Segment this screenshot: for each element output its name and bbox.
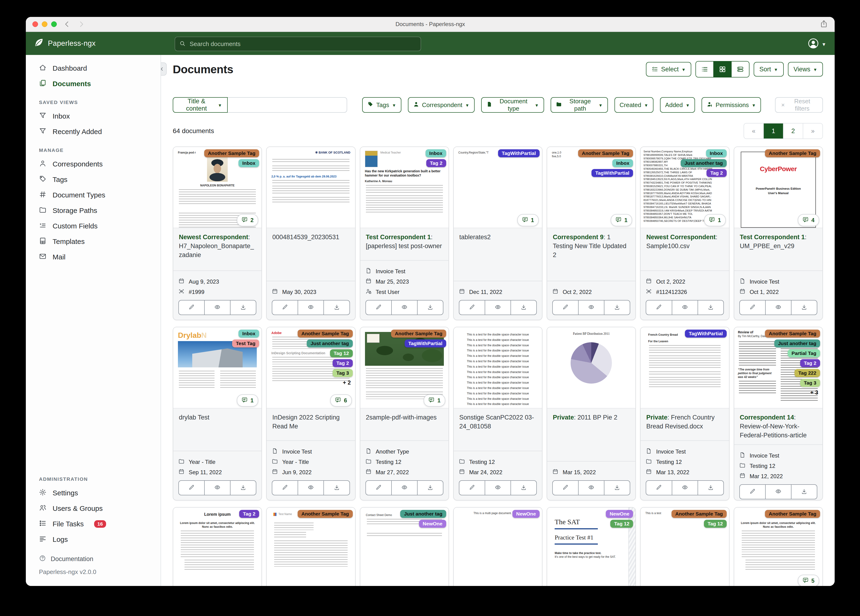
- document-type-filter-button[interactable]: Document type▼: [481, 97, 544, 113]
- download-button[interactable]: [791, 300, 817, 314]
- card-title[interactable]: Test Correspondent 1: UM_PPBE_en_v29: [734, 228, 822, 270]
- edit-button[interactable]: [740, 300, 765, 314]
- correspondent-filter-button[interactable]: Correspondent▼: [408, 97, 475, 113]
- tag-chip-tag2[interactable]: Tag 2: [426, 159, 446, 167]
- edit-button[interactable]: [553, 300, 578, 314]
- tag-chip-tag3[interactable]: Tag 3: [333, 369, 353, 377]
- pagination-page-2[interactable]: 2: [783, 124, 803, 138]
- tag-chip-tag2[interactable]: Tag 2: [706, 169, 727, 177]
- tag-chip-another[interactable]: Another Sample Tag: [204, 149, 259, 157]
- preview-button[interactable]: [485, 481, 510, 495]
- user-menu[interactable]: ▼: [807, 38, 826, 51]
- card-title[interactable]: Test Correspondent 1: [paperless] test p…: [360, 228, 449, 260]
- tag-chip-another[interactable]: Another Sample Tag: [298, 330, 353, 338]
- edit-button[interactable]: [272, 300, 298, 314]
- sidebar-item-logs[interactable]: Logs: [26, 532, 160, 547]
- card-title[interactable]: Private: 2011 BP Pie 2: [547, 409, 636, 461]
- edit-button[interactable]: [740, 485, 765, 499]
- view-list-button[interactable]: [696, 61, 713, 77]
- download-button[interactable]: [417, 481, 443, 495]
- preview-button[interactable]: [391, 300, 417, 314]
- correspondent-name[interactable]: Correspondent 14: [740, 414, 794, 421]
- download-button[interactable]: [230, 481, 256, 495]
- view-grid-button[interactable]: [713, 61, 731, 77]
- tag-chip-tag12[interactable]: Tag 12: [330, 349, 353, 357]
- tag-chip-another[interactable]: Another Sample Tag: [391, 330, 446, 338]
- comment-count[interactable]: 6: [330, 394, 352, 407]
- created-filter-button[interactable]: Created▼: [615, 97, 653, 113]
- tag-chip-tag2[interactable]: Tag 2: [333, 359, 353, 367]
- sidebar-item-settings[interactable]: Settings: [26, 485, 160, 501]
- edit-button[interactable]: [366, 481, 391, 495]
- tag-chip-tag2[interactable]: Tag 2: [800, 359, 820, 367]
- reset-filters-button[interactable]: ×Reset filters: [775, 97, 823, 113]
- select-button[interactable]: Select▼: [646, 62, 691, 77]
- download-button[interactable]: [510, 481, 536, 495]
- tag-chip-another[interactable]: Another Sample Tag: [765, 330, 820, 338]
- edit-button[interactable]: [459, 481, 485, 495]
- tag-chip-inbox[interactable]: Inbox: [425, 149, 446, 157]
- document-thumbnail[interactable]: Lorem ipsumLorem ipsum dolor sit amet, c…: [173, 508, 262, 586]
- comment-count[interactable]: 2: [237, 214, 258, 226]
- download-button[interactable]: [698, 481, 723, 495]
- correspondent-name[interactable]: Private: [646, 414, 667, 421]
- close-button[interactable]: [32, 21, 38, 27]
- added-filter-button[interactable]: Added▼: [660, 97, 695, 113]
- card-title[interactable]: 2sample-pdf-with-images: [360, 409, 449, 440]
- zoom-button[interactable]: [51, 21, 57, 27]
- pagination-prev[interactable]: «: [744, 124, 763, 138]
- comment-count[interactable]: 1: [237, 394, 258, 407]
- card-title[interactable]: Correspondent 14: Review-of-New-York-Fed…: [734, 409, 822, 445]
- card-title[interactable]: Correspondent 9: 1 Testing New Title Upd…: [547, 228, 636, 281]
- tag-chip-tag12[interactable]: Tag 12: [610, 520, 633, 528]
- tag-chip-partial[interactable]: Partial Tag: [788, 349, 820, 357]
- sidebar-item-document-types[interactable]: Document Types: [26, 187, 160, 203]
- download-button[interactable]: [230, 300, 256, 314]
- tag-chip-tag2[interactable]: Tag 2: [239, 510, 259, 518]
- tag-chip-newone[interactable]: NewOne: [419, 520, 446, 528]
- preview-button[interactable]: [672, 300, 698, 314]
- tag-chip-twp[interactable]: TagWithPartial: [592, 169, 633, 177]
- sidebar-item-custom-fields[interactable]: Custom Fields: [26, 218, 160, 234]
- edit-button[interactable]: [646, 300, 672, 314]
- preview-button[interactable]: [578, 481, 604, 495]
- edit-button[interactable]: [272, 481, 298, 495]
- tag-chip-twp[interactable]: TagWithPartial: [405, 339, 446, 347]
- preview-button[interactable]: [672, 481, 698, 495]
- download-button[interactable]: [604, 300, 630, 314]
- preview-button[interactable]: [204, 481, 230, 495]
- sidebar-item-storage-paths[interactable]: Storage Paths: [26, 203, 160, 218]
- preview-button[interactable]: [298, 481, 323, 495]
- tag-chip-newone[interactable]: NewOne: [512, 510, 540, 518]
- tag-chip-twp[interactable]: TagWithPartial: [685, 330, 727, 338]
- minimize-button[interactable]: [42, 21, 47, 27]
- tag-chip-just[interactable]: Just another tag: [774, 339, 820, 347]
- download-button[interactable]: [323, 481, 349, 495]
- tag-chip-inbox[interactable]: Inbox: [612, 159, 633, 167]
- edit-button[interactable]: [553, 481, 578, 495]
- card-title[interactable]: InDesign 2022 Scripting Read Me: [267, 409, 355, 440]
- card-title[interactable]: Newest Correspondent: H7_Napoleon_Bonapa…: [173, 228, 262, 270]
- document-thumbnail[interactable]: Test Name: [267, 508, 355, 586]
- document-thumbnail[interactable]: French Country BreadFor the Leaven: [640, 327, 729, 409]
- tag-chip-testtag[interactable]: Test Tag: [232, 339, 259, 347]
- search-input[interactable]: [189, 40, 416, 48]
- document-thumbnail[interactable]: This is a test for the double space char…: [454, 327, 542, 409]
- preview-button[interactable]: [485, 300, 510, 314]
- edit-button[interactable]: [179, 300, 204, 314]
- edit-button[interactable]: [366, 300, 391, 314]
- preview-button[interactable]: [765, 300, 791, 314]
- download-button[interactable]: [323, 300, 349, 314]
- card-title[interactable]: Sonstige ScanPC2022 03-24_081058: [454, 409, 542, 451]
- card-title[interactable]: drylab Test: [173, 409, 262, 451]
- tag-chip-just[interactable]: Just another tag: [307, 339, 353, 347]
- download-button[interactable]: [791, 485, 817, 499]
- card-title[interactable]: tablerates2: [454, 228, 542, 281]
- tag-chip-inbox[interactable]: Inbox: [239, 159, 259, 167]
- forward-icon[interactable]: [77, 20, 85, 28]
- preview-button[interactable]: [578, 300, 604, 314]
- sidebar-item-mail[interactable]: Mail: [26, 249, 160, 265]
- tag-chip-another[interactable]: Another Sample Tag: [578, 149, 633, 157]
- tag-chip-newone[interactable]: NewOne: [606, 510, 633, 518]
- correspondent-name[interactable]: Correspondent 9: [553, 234, 603, 240]
